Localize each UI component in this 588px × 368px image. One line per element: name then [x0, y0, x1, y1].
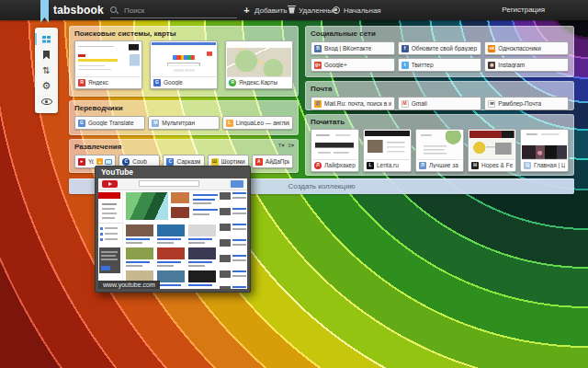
tile-best-of-day[interactable]: ЛЛучшие за су: [415, 129, 464, 172]
collection-title: Переводчики: [69, 100, 299, 115]
aydaprikol-favicon: А: [255, 158, 263, 166]
search-icon: [110, 6, 119, 15]
gmail-favicon: M: [401, 100, 409, 108]
tile-yandex[interactable]: ЯЯндекс: [74, 40, 142, 89]
search-input[interactable]: [122, 6, 227, 16]
collection-title: Социальные сети: [305, 26, 574, 40]
collection-social: Социальные сети ВВход | ВКонтакте fОбнов…: [305, 26, 574, 77]
link-lingualeo[interactable]: LLinguaLeo — английский я: [222, 116, 293, 130]
add-to-collection-icon[interactable]: [96, 158, 103, 165]
shortiki-favicon: Ш: [211, 158, 219, 166]
lifehacker-thumbnail: [312, 131, 357, 159]
preview-related-column: [220, 190, 247, 289]
multitran-favicon: М: [152, 120, 159, 127]
link-label: Coub: [132, 158, 147, 165]
link-label: Шортики - кор: [221, 158, 245, 165]
sort-icon: [42, 66, 50, 75]
link-multitran[interactable]: ММультитран: [148, 116, 219, 130]
eye-icon: [41, 98, 52, 105]
facebook-favicon: f: [401, 45, 409, 52]
collection-reading: Почитать ЛЛайфхакер LLenta.ru ЛЛучшие за…: [305, 114, 574, 176]
app-logo[interactable]: tabsbook: [53, 0, 104, 20]
link-facebook[interactable]: fОбновите свой браузер | F: [398, 41, 482, 55]
link-mailru[interactable]: @Mail.Ru: почта, поиск в инт: [311, 97, 395, 110]
tile-glavnaya[interactable]: ЦГлавная | Цу: [520, 129, 569, 172]
link-label: Вход | ВКонтакте: [324, 45, 371, 52]
instagram-camera-favicon: ◉: [488, 62, 495, 69]
tile-label: Яндекс.Карты: [239, 79, 277, 86]
preview-search-box: [139, 180, 199, 187]
rail-settings-button[interactable]: [35, 78, 58, 94]
gear-icon: [42, 81, 51, 91]
register-link[interactable]: Регистрация: [502, 0, 545, 20]
preview-featured-row: [126, 192, 218, 223]
bookmark-icon: [43, 51, 50, 60]
google-thumbnail: [152, 42, 216, 76]
preview-sidebar: [98, 190, 123, 289]
lingualeo-favicon: L: [226, 120, 233, 127]
preview-signin-button: [231, 180, 243, 188]
tile-label: Главная | Цу: [534, 162, 565, 168]
preview-main: [123, 190, 220, 289]
yandex-favicon: Я: [78, 79, 85, 86]
tile-yandex-maps[interactable]: ЯЯндекс.Карты: [225, 40, 293, 89]
link-google-translate[interactable]: GGoogle Translate: [74, 116, 145, 130]
home-page-button[interactable]: Начальная: [333, 0, 381, 20]
tile-label: Лайфхакер: [324, 162, 356, 168]
preview-video-row: [126, 224, 218, 246]
home-icon: [333, 6, 340, 14]
link-google-plus[interactable]: g+Google+: [311, 58, 395, 72]
tabsbook-start-page: tabsbook Добавить Удаленные Начальная Ре…: [0, 0, 588, 368]
rail-visibility-button[interactable]: [35, 94, 58, 109]
link-instagram[interactable]: ◉Instagram: [484, 58, 569, 72]
link-label: Твиттер: [412, 62, 434, 68]
link-vkontakte[interactable]: ВВход | ВКонтакте: [311, 41, 395, 55]
deleted-label: Удаленные: [299, 6, 337, 15]
yandex-maps-thumbnail: [227, 42, 291, 76]
collection-search-systems: Поисковые системы, карты ЯЯндекс GGoogle…: [69, 26, 299, 97]
rail-sort-button[interactable]: [35, 63, 58, 78]
link-label: Mail.Ru: почта, поиск в инт: [324, 100, 391, 107]
tile-lenta[interactable]: LLenta.ru: [363, 129, 412, 172]
link-label: Сарказм: [176, 158, 200, 165]
preview-icon[interactable]: [105, 159, 112, 165]
twitter-bird-favicon: t: [401, 62, 409, 69]
rail-bookmarks-button[interactable]: [35, 47, 58, 63]
add-button[interactable]: Добавить: [243, 0, 287, 20]
collections-grid-icon: [42, 36, 46, 40]
tile-lifehacker[interactable]: ЛЛайфхакер: [311, 129, 359, 172]
section-sort-icon[interactable]: [278, 142, 285, 149]
vk-favicon: В: [314, 45, 322, 52]
link-rambler-mail[interactable]: ✉Рамблер-Почта: [484, 97, 569, 110]
link-gmail[interactable]: MGmail: [398, 97, 482, 110]
google-favicon: G: [153, 79, 161, 86]
link-aydaprikol[interactable]: ААйДаПрикол: [252, 155, 293, 168]
collection-title: Поисковые системы, карты: [69, 26, 299, 40]
hopes-fears-favicon: H: [471, 162, 479, 169]
preview-topbar: [98, 178, 247, 190]
section-menu-icon[interactable]: [288, 142, 294, 149]
preview-video-row: [126, 247, 218, 269]
lenta-thumbnail: [365, 131, 410, 159]
link-label: Мультитран: [162, 120, 195, 126]
link-label: Google+: [324, 62, 347, 68]
preview-featured-video: [126, 192, 168, 220]
link-twitter[interactable]: tТвиттер: [398, 58, 482, 72]
preview-featured-list: [171, 192, 218, 223]
link-label: Обновите свой браузер | F: [412, 45, 479, 52]
tile-label: Яндекс: [88, 79, 108, 86]
topbar-search[interactable]: [110, 3, 237, 18]
rail-collections-button[interactable]: [35, 31, 58, 47]
deleted-button[interactable]: Удаленные: [288, 0, 337, 20]
popup-title: YouTube: [96, 167, 250, 178]
best-of-day-thumbnail: [417, 131, 462, 159]
link-odnoklassniki[interactable]: okОдноклассники: [484, 41, 569, 55]
plus-icon: [243, 6, 251, 15]
tile-google[interactable]: GGoogle: [150, 40, 218, 89]
tile-hopes-fears[interactable]: HHopes & Fear: [468, 129, 516, 172]
google-translate-favicon: G: [78, 120, 85, 127]
mailru-favicon: @: [314, 100, 322, 108]
odnoklassniki-favicon: ok: [488, 45, 495, 52]
best-of-day-favicon: Л: [419, 162, 426, 169]
yandex-maps-favicon: Я: [229, 79, 236, 86]
